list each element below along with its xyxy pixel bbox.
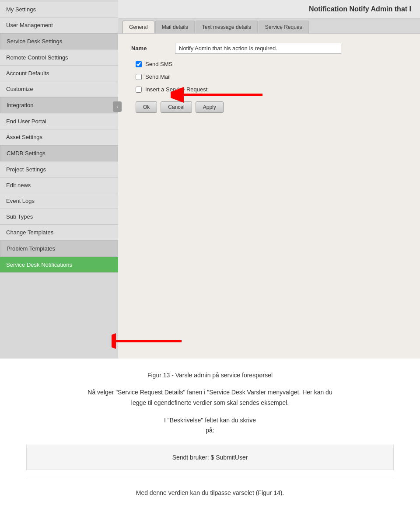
body-para1-line1: Nå velger "Service Request Details" fane… bbox=[88, 389, 332, 396]
sidebar-item-integration[interactable]: Integration bbox=[0, 97, 118, 113]
body-para2-line2: på: bbox=[206, 427, 214, 434]
sidebar-item-asset-settings[interactable]: Asset Settings bbox=[0, 129, 118, 145]
send-mail-checkbox[interactable] bbox=[136, 74, 142, 80]
body-paragraph-2: I "Beskrivelse" feltet kan du skrive på: bbox=[26, 415, 394, 436]
sidebar: My SettingsUser ManagementService Desk S… bbox=[0, 0, 118, 359]
insert-service-request-row: Insert a Service Request bbox=[131, 86, 407, 93]
sidebar-item-remote-control-settings[interactable]: Remote Control Settings bbox=[0, 50, 118, 66]
ok-button[interactable]: Ok bbox=[136, 101, 157, 113]
send-sms-row: Send SMS bbox=[131, 61, 407, 67]
sidebar-item-service-desk-settings[interactable]: Service Desk Settings bbox=[0, 33, 118, 49]
send-sms-checkbox[interactable] bbox=[136, 61, 142, 67]
name-input[interactable] bbox=[175, 43, 341, 54]
tabs-bar: GeneralMail detailsText message detailsS… bbox=[118, 19, 420, 34]
sidebar-item-customize[interactable]: Customize bbox=[0, 81, 118, 97]
sidebar-item-event-logs[interactable]: Event Logs bbox=[0, 193, 118, 209]
sidebar-item-my-settings[interactable]: My Settings bbox=[0, 2, 118, 17]
sidebar-item-sub-types[interactable]: Sub Types bbox=[0, 209, 118, 225]
sidebar-collapse-button[interactable]: ‹ bbox=[113, 101, 122, 112]
cancel-button[interactable]: Cancel bbox=[161, 101, 192, 113]
sidebar-item-account-defaults[interactable]: Account Defaults bbox=[0, 66, 118, 81]
sidebar-item-end-user-portal[interactable]: End User Portal bbox=[0, 114, 118, 129]
body-paragraph-1: Nå velger "Service Request Details" fane… bbox=[26, 387, 394, 408]
body-paragraph-3: Med denne verdien kan du tilpasse varsel… bbox=[26, 488, 394, 498]
sidebar-item-user-management[interactable]: User Management bbox=[0, 17, 118, 33]
sidebar-item-edit-news[interactable]: Edit news bbox=[0, 178, 118, 193]
sidebar-item-service-desk-notifications[interactable]: Service Desk Notifications bbox=[0, 257, 118, 273]
body-para1-line2: legge til egendefinerte verdier som skal… bbox=[131, 399, 289, 406]
sidebar-item-project-settings[interactable]: Project Settings bbox=[0, 162, 118, 178]
sidebar-item-change-templates[interactable]: Change Templates bbox=[0, 225, 118, 240]
send-mail-label: Send Mail bbox=[145, 73, 171, 80]
code-block-text: Sendt bruker: $ SubmitUser bbox=[172, 454, 248, 461]
tab-mail-details[interactable]: Mail details bbox=[155, 21, 195, 33]
send-mail-row: Send Mail bbox=[131, 73, 407, 80]
text-content-area: Figur 13 - Varsle admin på service fores… bbox=[0, 359, 420, 519]
buttons-row: Ok Cancel Apply bbox=[131, 101, 407, 113]
tab-general[interactable]: General bbox=[122, 21, 154, 33]
form-content: Name Send SMS Send Mail Insert a Service… bbox=[118, 34, 420, 359]
insert-service-request-checkbox[interactable] bbox=[136, 87, 142, 93]
sidebar-item-problem-templates[interactable]: Problem Templates bbox=[0, 240, 118, 257]
figure-caption: Figur 13 - Varsle admin på service fores… bbox=[26, 372, 394, 379]
title-bar: Notification Notify Admin that I bbox=[118, 0, 420, 19]
insert-service-request-label: Insert a Service Request bbox=[145, 86, 207, 93]
red-arrow-sidebar-annotation bbox=[112, 331, 186, 351]
screenshot-area: My SettingsUser ManagementService Desk S… bbox=[0, 0, 420, 359]
page-wrapper: My SettingsUser ManagementService Desk S… bbox=[0, 0, 420, 519]
name-label: Name bbox=[131, 45, 175, 52]
apply-button[interactable]: Apply bbox=[196, 101, 224, 113]
send-sms-label: Send SMS bbox=[145, 61, 172, 67]
code-block: Sendt bruker: $ SubmitUser bbox=[26, 445, 394, 470]
panel-title: Notification Notify Admin that I bbox=[309, 5, 411, 13]
name-row: Name bbox=[131, 43, 407, 54]
main-panel: Notification Notify Admin that I General… bbox=[118, 0, 420, 359]
sidebar-item-cmdb-settings[interactable]: CMDB Settings bbox=[0, 145, 118, 161]
divider bbox=[26, 479, 394, 479]
tab-text-message-details[interactable]: Text message details bbox=[196, 21, 258, 33]
tab-service-request[interactable]: Service Reques bbox=[259, 21, 309, 33]
body-para2-line1: I "Beskrivelse" feltet kan du skrive bbox=[164, 417, 256, 424]
